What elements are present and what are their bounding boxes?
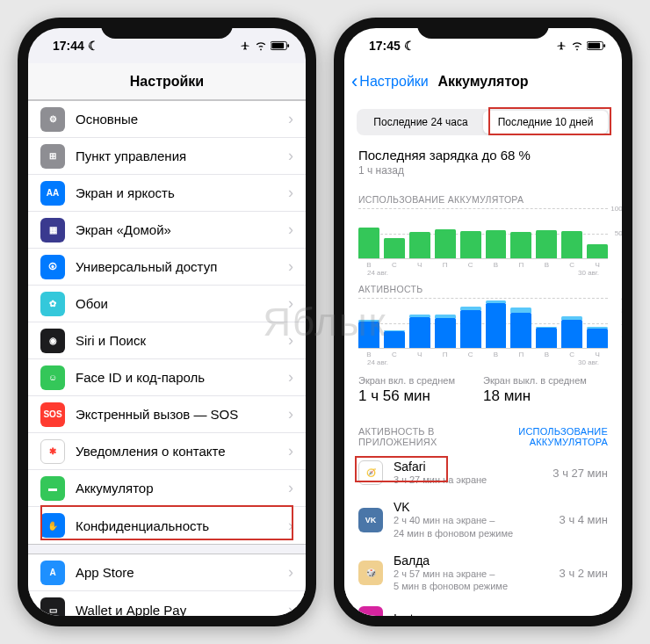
chevron-right-icon: ›: [288, 601, 293, 617]
wifi-icon: [571, 40, 583, 51]
stats: Экран вкл. в среднем 1 ч 56 мин Экран вы…: [344, 366, 622, 416]
notch: [417, 18, 549, 39]
last-charge: Последняя зарядка до 68 % 1 ч назад: [344, 139, 622, 182]
settings-row[interactable]: ✋Конфиденциальность›: [28, 507, 306, 544]
phone-right: 17:45 ☾ ‹ Настройки Аккумулятор Последни…: [334, 18, 632, 626]
charge-sub: 1 ч назад: [358, 164, 608, 177]
settings-row[interactable]: ✱Уведомления о контакте›: [28, 433, 306, 470]
airplane-icon: [239, 40, 251, 51]
row-label: Экстренный вызов — SOS: [76, 407, 288, 422]
row-label: Аккумулятор: [76, 481, 288, 496]
status-time: 17:45 ☾: [369, 39, 415, 53]
row-icon: ✋: [40, 513, 65, 538]
settings-row[interactable]: ⊞Пункт управления›: [28, 138, 306, 175]
settings-row[interactable]: ✿Обои›: [28, 286, 306, 322]
chevron-right-icon: ›: [288, 331, 293, 350]
app-sub: 3 ч 27 мин на экране: [394, 474, 552, 486]
settings-row[interactable]: ▭Wallet и Apple Pay›: [28, 591, 306, 616]
app-row[interactable]: IGInstagram: [344, 599, 622, 616]
screen-on-value: 1 ч 56 мин: [358, 387, 483, 405]
row-icon: ☺: [40, 365, 65, 390]
app-row[interactable]: 🎲Балда2 ч 57 мин на экране –5 мин в фоно…: [344, 546, 622, 600]
app-icon: 🎲: [358, 561, 383, 585]
settings-row[interactable]: ⦿Универсальный доступ›: [28, 249, 306, 286]
status-right: [239, 40, 290, 51]
bar: [587, 329, 608, 348]
activity-chart[interactable]: 4 ч 3 ч 2 ч 1 ч ВСЧПСВПВСЧ 24 авг.30 авг…: [358, 298, 608, 361]
bar: [384, 238, 405, 258]
y-3h: 3 ч: [621, 307, 622, 315]
screen-off-value: 18 мин: [483, 387, 608, 405]
settings-row[interactable]: ☺Face ID и код-пароль›: [28, 359, 306, 396]
chevron-right-icon: ›: [288, 517, 293, 535]
screen-off-label: Экран выкл. в среднем: [483, 375, 608, 386]
screen-left: 17:44 ☾ Настройки ⚙Основные›⊞Пункт управ…: [28, 28, 306, 616]
bar: [536, 230, 557, 258]
screen-on-label: Экран вкл. в среднем: [358, 375, 483, 386]
y-1h: 1 ч: [621, 331, 622, 339]
settings-row[interactable]: ▬Аккумулятор›: [28, 470, 306, 507]
row-icon: ◉: [40, 329, 65, 353]
row-label: Siri и Поиск: [76, 333, 288, 348]
row-icon: ⊞: [40, 144, 65, 169]
bar: [384, 331, 405, 348]
y-100: 100 %: [610, 205, 622, 213]
navbar: Настройки: [28, 63, 306, 100]
settings-row[interactable]: SOSЭкстренный вызов — SOS›: [28, 396, 306, 433]
bar: [409, 317, 430, 348]
row-label: Обои: [76, 296, 288, 311]
chevron-right-icon: ›: [288, 257, 293, 276]
bar: [510, 232, 531, 258]
segmented-control[interactable]: Последние 24 часа Последние 10 дней: [357, 109, 610, 135]
row-label: Уведомления о контакте: [76, 444, 288, 459]
chevron-right-icon: ›: [288, 147, 293, 165]
seg-24h[interactable]: Последние 24 часа: [358, 111, 483, 134]
status-time: 17:44 ☾: [53, 39, 99, 53]
chevron-left-icon: ‹: [351, 72, 358, 91]
settings-row[interactable]: AAЭкран и яркость›: [28, 175, 306, 212]
app-total: 3 ч 2 мин: [560, 567, 608, 580]
usage-chart[interactable]: 100 % 50 % ВСЧПСВПВСЧ 24 авг.30 авг.: [358, 208, 608, 271]
row-icon: SOS: [40, 402, 65, 427]
row-label: Экран «Домой»: [76, 222, 288, 237]
chevron-right-icon: ›: [288, 442, 293, 460]
bar: [358, 322, 379, 348]
app-list[interactable]: 🧭Safari3 ч 27 мин на экране3 ч 27 минVKV…: [344, 452, 622, 616]
activity-tabs: АКТИВНОСТЬ В ПРИЛОЖЕНИЯХ ИСПОЛЬЗОВАНИЕ А…: [344, 416, 622, 452]
svg-rect-2: [287, 44, 289, 47]
notch: [101, 18, 233, 39]
battery-content[interactable]: Последние 24 часа Последние 10 дней Посл…: [344, 100, 622, 616]
row-label: Конфиденциальность: [76, 518, 288, 533]
settings-row[interactable]: ▦Экран «Домой»›: [28, 212, 306, 249]
app-name: VK: [394, 500, 560, 514]
svg-rect-4: [588, 43, 600, 48]
svg-rect-5: [603, 44, 605, 47]
bar: [486, 230, 507, 258]
row-label: Основные: [76, 112, 288, 127]
nav-back[interactable]: ‹ Настройки: [351, 72, 429, 91]
settings-row[interactable]: ◉Siri и Поиск›: [28, 322, 306, 359]
row-label: App Store: [76, 565, 288, 580]
seg-10d[interactable]: Последние 10 дней: [483, 111, 608, 134]
tab-battery-usage[interactable]: ИСПОЛЬЗОВАНИЕ АККУМУЛЯТОРА: [518, 426, 608, 447]
screen-right: 17:45 ☾ ‹ Настройки Аккумулятор Последни…: [344, 28, 622, 616]
app-row[interactable]: 🧭Safari3 ч 27 мин на экране3 ч 27 мин: [344, 452, 622, 493]
row-icon: AA: [40, 181, 65, 206]
row-label: Wallet и Apple Pay: [76, 603, 288, 617]
settings-row[interactable]: ⚙Основные›: [28, 101, 306, 138]
chevron-right-icon: ›: [288, 405, 293, 423]
app-total: 3 ч 4 мин: [560, 513, 608, 526]
bar: [409, 232, 430, 258]
usage-label: ИСПОЛЬЗОВАНИЕ АККУМУЛЯТОРА: [358, 194, 608, 205]
settings-row[interactable]: AApp Store›: [28, 554, 306, 591]
bar: [460, 231, 481, 258]
bar: [561, 320, 582, 348]
row-icon: ⦿: [40, 255, 65, 279]
y-2h: 2 ч: [621, 319, 622, 327]
battery-icon: [587, 40, 606, 51]
settings-content[interactable]: ⚙Основные›⊞Пункт управления›AAЭкран и яр…: [28, 100, 306, 616]
tab-app-activity[interactable]: АКТИВНОСТЬ В ПРИЛОЖЕНИЯХ: [358, 426, 501, 447]
app-name: Safari: [394, 459, 552, 474]
app-row[interactable]: VKVK2 ч 40 мин на экране –24 мин в фонов…: [344, 493, 622, 546]
row-icon: ⚙: [40, 107, 65, 132]
